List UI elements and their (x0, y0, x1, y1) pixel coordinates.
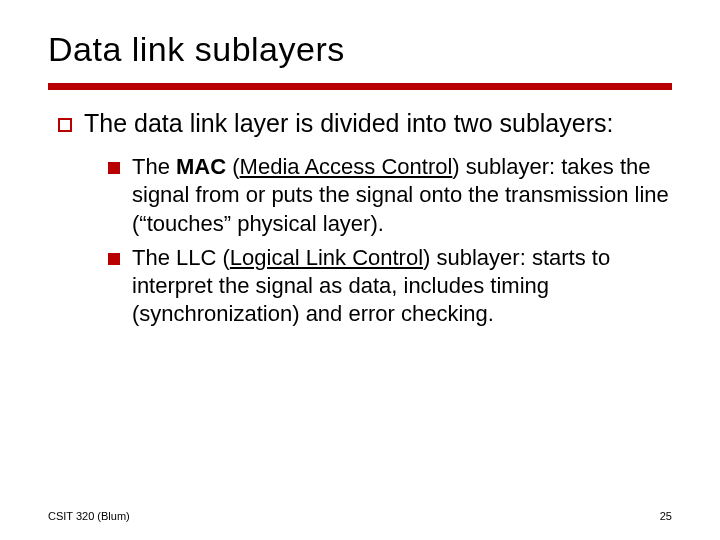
bullet-level1: The data link layer is divided into two … (58, 108, 672, 139)
slide-title: Data link sublayers (48, 30, 672, 83)
page-number: 25 (660, 510, 672, 522)
bullet-level2-mac-text: The MAC (Media Access Control) sublayer:… (132, 153, 672, 237)
bullet-level2-mac: The MAC (Media Access Control) sublayer:… (108, 153, 672, 237)
text-fragment: ( (223, 245, 230, 270)
text-fragment: ( (232, 154, 239, 179)
text-bold: MAC (176, 154, 226, 179)
bullet-filled-square-icon (108, 162, 120, 174)
bullet-level2-llc-text: The LLC (Logical Link Control) sublayer:… (132, 244, 672, 328)
slide: Data link sublayers The data link layer … (0, 0, 720, 540)
bullet-level1-text: The data link layer is divided into two … (84, 108, 613, 139)
bullet-filled-square-icon (108, 253, 120, 265)
text-fragment: The LLC (132, 245, 223, 270)
bullet-level2-llc: The LLC (Logical Link Control) sublayer:… (108, 244, 672, 328)
text-underline: Media Access Control (240, 154, 453, 179)
footer: CSIT 320 (Blum) 25 (48, 510, 672, 522)
footer-left: CSIT 320 (Blum) (48, 510, 130, 522)
text-fragment: ) (452, 154, 459, 179)
bullet-open-square-icon (58, 118, 72, 132)
title-rule (48, 83, 672, 90)
text-underline: Logical Link Control (230, 245, 423, 270)
text-fragment: The (132, 154, 176, 179)
